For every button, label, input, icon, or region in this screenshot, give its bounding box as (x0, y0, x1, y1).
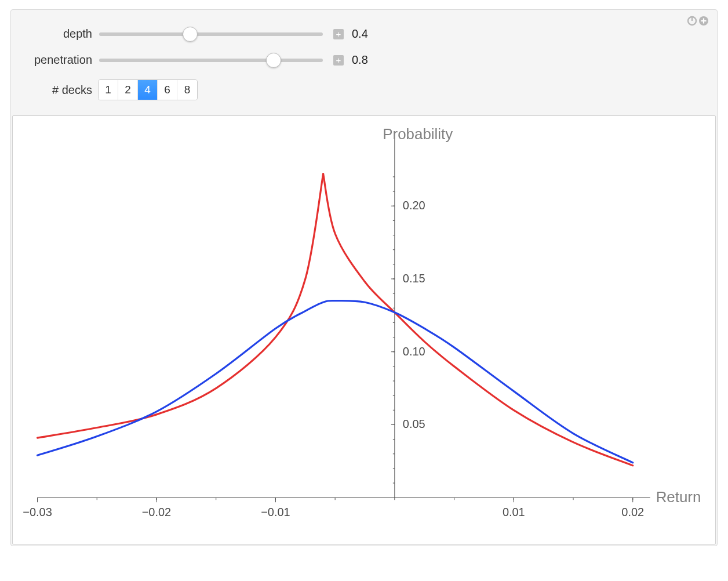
expand-icon[interactable]: + (333, 29, 344, 39)
controls-area: depth + 0.4 penetration + 0.8 # decks 12… (11, 10, 717, 115)
depth-row: depth + 0.4 (28, 27, 700, 41)
decks-option-1[interactable]: 1 (99, 80, 118, 100)
manipulate-panel: depth + 0.4 penetration + 0.8 # decks 12… (10, 9, 718, 546)
penetration-slider[interactable] (99, 59, 323, 62)
decks-row: # decks 12468 (28, 79, 700, 100)
add-icon[interactable] (698, 16, 709, 26)
decks-setter: 12468 (98, 79, 198, 100)
depth-slider[interactable] (99, 32, 323, 36)
penetration-row: penetration + 0.8 (28, 53, 700, 67)
svg-text:−0.03: −0.03 (23, 506, 52, 518)
svg-text:0.15: 0.15 (403, 272, 425, 285)
svg-text:Probability: Probability (383, 126, 453, 142)
plot-area: −0.03−0.02−0.010.010.020.050.100.150.20 … (12, 115, 716, 544)
penetration-label: penetration (28, 53, 98, 67)
decks-option-4[interactable]: 4 (138, 80, 158, 100)
decks-label: # decks (28, 83, 98, 97)
decks-option-2[interactable]: 2 (118, 80, 138, 100)
svg-text:Return: Return (656, 489, 701, 505)
svg-text:0.20: 0.20 (403, 199, 425, 212)
svg-text:0.10: 0.10 (403, 345, 425, 358)
svg-text:0.02: 0.02 (621, 506, 644, 518)
corner-controls (687, 16, 709, 26)
decks-option-8[interactable]: 8 (177, 80, 197, 100)
svg-text:−0.02: −0.02 (142, 506, 171, 518)
power-icon[interactable] (687, 16, 697, 26)
svg-text:0.01: 0.01 (503, 506, 525, 518)
probability-chart: −0.03−0.02−0.010.010.020.050.100.150.20 … (13, 116, 715, 544)
expand-icon[interactable]: + (333, 55, 344, 66)
svg-text:0.05: 0.05 (403, 417, 425, 430)
penetration-value: 0.8 (352, 53, 368, 67)
depth-label: depth (28, 27, 98, 41)
depth-value: 0.4 (352, 27, 368, 41)
decks-option-6[interactable]: 6 (158, 80, 177, 100)
svg-text:−0.01: −0.01 (261, 506, 290, 518)
